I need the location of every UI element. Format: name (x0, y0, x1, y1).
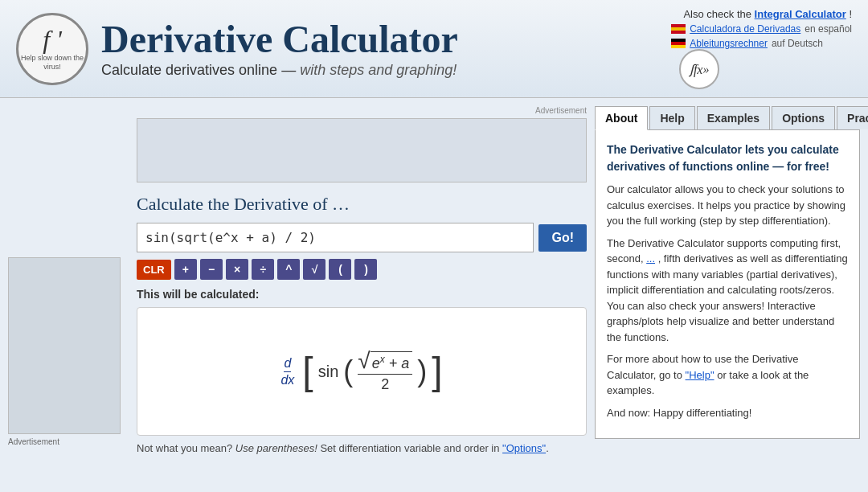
page-header: f ' Help slow down the virus! Derivative… (0, 0, 868, 98)
left-ad-label: Advertisement (8, 437, 121, 446)
logo: f ' Help slow down the virus! (16, 13, 88, 85)
not-what-label: Not what you mean? (137, 442, 232, 454)
fraction-denominator: 2 (381, 375, 389, 393)
about-para2: The Derivative Calculator supports compu… (607, 236, 848, 346)
integral-promo: Also check the Integral Calculator ! (671, 8, 852, 20)
integral-link[interactable]: Integral Calculator (755, 8, 846, 20)
header-left: f ' Help slow down the virus! Derivative… (16, 13, 458, 85)
fx-logo: ʃfx» (679, 49, 719, 89)
also-check-text: Also check the (683, 8, 751, 20)
clr-button[interactable]: CLR (137, 260, 171, 280)
lang-link-de[interactable]: Ableitungsrechner (690, 38, 768, 49)
rparen-button[interactable]: ) (354, 259, 377, 280)
sqrt-button[interactable]: √ (303, 259, 326, 280)
lparen-button[interactable]: ( (329, 259, 351, 280)
right-big-paren: ) (417, 357, 427, 386)
about-headline: The Derivative Calculator lets you calcu… (607, 141, 848, 175)
lang-link-es[interactable]: Calculadora de Derivadas (690, 23, 800, 35)
use-parens: Use parentheses! (235, 442, 317, 454)
calc-input[interactable] (137, 223, 534, 252)
calc-title: Calculate the Derivative of … (137, 194, 587, 215)
about-para2-link[interactable]: ... (646, 252, 655, 264)
minus-button[interactable]: − (200, 259, 223, 280)
options-link[interactable]: "Options" (502, 442, 546, 454)
ad-banner-wrapper: Advertisement (137, 106, 587, 115)
fraction-numerator: √ ex + a (358, 350, 412, 375)
sqrt-sign: √ (358, 350, 370, 372)
left-bracket: [ (302, 352, 313, 391)
will-calc-label: This will be calculated: (137, 288, 587, 301)
page-title: Derivative Calculator (101, 18, 458, 61)
d-denominator: dx (280, 372, 294, 387)
about-para3: For more about how to use the Derivative… (607, 351, 848, 399)
inner-fraction: √ ex + a 2 (358, 350, 412, 393)
lang-row-es: Calculadora de Derivadas en español (671, 23, 852, 35)
exp-x: x (380, 354, 385, 365)
right-panel: About Help Examples Options Practice The… (595, 106, 868, 454)
left-big-paren: ( (343, 357, 353, 386)
tab-examples[interactable]: Examples (697, 106, 770, 129)
times-button[interactable]: × (226, 259, 248, 280)
flag-de (671, 39, 686, 48)
sin-function: sin (318, 363, 339, 381)
about-para1: Our calculator allows you to check your … (607, 182, 848, 229)
tab-content-about: The Derivative Calculator lets you calcu… (595, 130, 860, 439)
left-ad-box (8, 257, 121, 434)
header-right: Also check the Integral Calculator ! Cal… (671, 8, 852, 89)
about-para2-end: , fifth derivatives as well as different… (607, 252, 848, 343)
input-row: Go! (137, 223, 587, 252)
center-panel: Advertisement Calculate the Derivative o… (129, 106, 595, 454)
set-diff-text: Set differentiation variable and order i… (320, 442, 499, 454)
lang-text-de: auf Deutsch (772, 38, 823, 49)
keypad-row: CLR + − × ÷ ^ √ ( ) (137, 259, 587, 280)
about-para3-help-link[interactable]: "Help" (686, 369, 714, 381)
go-button[interactable]: Go! (538, 224, 587, 252)
subtitle-text: Calculate derivatives online (101, 62, 277, 78)
main-content: Advertisement Advertisement Calculate th… (0, 98, 868, 462)
left-panel: Advertisement (0, 106, 129, 454)
ad-banner (137, 118, 587, 182)
tab-about[interactable]: About (595, 106, 648, 130)
period: . (546, 442, 549, 454)
tab-options[interactable]: Options (772, 106, 835, 129)
subtitle-em: with steps and graphing! (300, 62, 457, 78)
math-formula: d dx [ sin ( √ ex + a 2 (280, 350, 442, 393)
ad-banner-label: Advertisement (137, 106, 587, 115)
title-block: Derivative Calculator Calculate derivati… (101, 18, 458, 80)
d-numerator: d (284, 356, 291, 372)
right-bracket: ] (432, 352, 442, 391)
not-what-text: Not what you mean? Use parentheses! Set … (137, 442, 587, 454)
sqrt-expression: √ ex + a (358, 350, 412, 372)
lang-text-es: en español (805, 23, 852, 35)
formula-box: d dx [ sin ( √ ex + a 2 (137, 307, 587, 436)
divide-button[interactable]: ÷ (252, 259, 274, 280)
logo-fprime: f ' (43, 27, 62, 52)
derivative-operator: d dx (280, 356, 294, 387)
sqrt-content: ex + a (371, 351, 413, 372)
page-subtitle: Calculate derivatives online — with step… (101, 62, 458, 79)
integral-suffix: ! (849, 8, 852, 20)
about-para4: And now: Happy differentiating! (607, 405, 848, 421)
tab-practice[interactable]: Practice (837, 106, 868, 129)
tabs-row: About Help Examples Options Practice (595, 106, 860, 130)
lang-row-de: Ableitungsrechner auf Deutsch (671, 38, 852, 49)
caret-button[interactable]: ^ (277, 259, 300, 280)
tab-help[interactable]: Help (649, 106, 694, 129)
logo-tagline: Help slow down the virus! (18, 54, 86, 72)
plus-button[interactable]: + (174, 259, 197, 280)
flag-es (671, 24, 686, 34)
